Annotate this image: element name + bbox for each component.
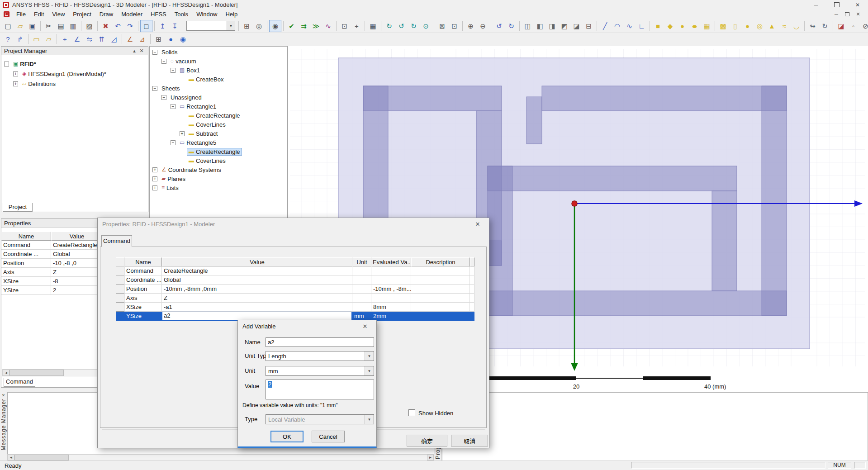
expand-icon[interactable]: +: [180, 131, 185, 136]
scroll-left-icon[interactable]: ◄: [8, 455, 14, 461]
chevron-down-icon[interactable]: ▼: [365, 351, 374, 361]
dialog-property-row-position[interactable]: Position-10mm ,-8mm ,0mm-10mm , -8m...: [116, 285, 474, 294]
scrollbar-thumb[interactable]: [9, 370, 64, 376]
unit-dropdown[interactable]: mm ▼: [266, 366, 374, 376]
column-header-evaluated-va[interactable]: Evaluated Va...: [371, 257, 411, 266]
object-display-icon[interactable]: ◉: [269, 20, 281, 32]
message-h-scrollbar[interactable]: ◄ ►: [7, 454, 434, 461]
scrollbar-thumb[interactable]: [14, 455, 69, 461]
zoom-out-icon[interactable]: ⊖: [477, 20, 489, 32]
copy-image-icon[interactable]: ▦: [367, 20, 379, 32]
add-variable-titlebar[interactable]: Add Variable ✕: [238, 320, 376, 332]
origin-marker[interactable]: [572, 201, 577, 206]
collapse-icon[interactable]: −: [161, 59, 166, 64]
collapse-icon[interactable]: −: [171, 104, 175, 109]
snap-settings-icon[interactable]: ⊞: [241, 20, 253, 32]
expand-icon[interactable]: +: [152, 185, 157, 190]
dialog-property-row-command[interactable]: CommandCreateRectangle: [116, 266, 474, 275]
value-cell[interactable]: Global: [162, 275, 352, 285]
tab-project[interactable]: Project: [3, 203, 33, 212]
paste-icon[interactable]: ▥: [67, 20, 79, 32]
fit-selection-icon[interactable]: ⊡: [448, 20, 460, 32]
model-node-createrectangle[interactable]: ▬CreateRectangle: [150, 111, 287, 120]
model-globe-icon[interactable]: ◉: [177, 33, 189, 45]
mdi-restore-icon[interactable]: [842, 11, 853, 17]
cut-icon[interactable]: ✂: [43, 20, 55, 32]
collapse-icon[interactable]: −: [152, 86, 157, 91]
draw-spline-icon[interactable]: ∿: [623, 20, 636, 32]
ok-button[interactable]: OK: [270, 431, 304, 442]
pin-icon[interactable]: ▴: [131, 48, 138, 54]
property-value-cell[interactable]: -10 ,-8 ,0: [51, 259, 103, 268]
model-node-box1[interactable]: −▧Box1: [150, 66, 287, 75]
menu-item-help[interactable]: Help: [221, 9, 242, 19]
collapse-icon[interactable]: −: [161, 95, 166, 100]
model-node-rectangle1[interactable]: −▭Rectangle1: [150, 102, 287, 111]
antenna-feed-stub[interactable]: [526, 97, 542, 144]
model-node-planes[interactable]: +▰Planes: [150, 174, 287, 183]
new-file-icon[interactable]: ▢: [2, 20, 14, 32]
column-header-description[interactable]: Description: [411, 257, 470, 266]
antenna-trace[interactable]: [542, 86, 787, 111]
sweep-around-axis-icon[interactable]: ↻: [819, 20, 831, 32]
property-value-cell[interactable]: 2: [51, 286, 103, 295]
model-node-rectangle5[interactable]: −▭Rectangle5: [150, 138, 287, 147]
show-excitations-icon[interactable]: ▱: [43, 33, 55, 45]
value-input[interactable]: 2: [266, 380, 374, 399]
selection-combo[interactable]: ▼: [186, 21, 235, 31]
value-cell[interactable]: a2: [162, 312, 352, 321]
minimize-icon[interactable]: ─: [806, 0, 826, 9]
name-input[interactable]: [266, 337, 374, 347]
view-redo-icon[interactable]: ↻: [505, 20, 517, 32]
undo-icon[interactable]: ↶: [112, 20, 124, 32]
column-header-name[interactable]: Name: [124, 257, 162, 266]
cancel-button[interactable]: Cancel: [312, 431, 345, 442]
mdi-minimize-icon[interactable]: ─: [831, 11, 842, 17]
open-file-icon[interactable]: ▱: [14, 20, 26, 32]
redo-icon[interactable]: ↷: [124, 20, 136, 32]
transform-scale-icon[interactable]: ◿: [108, 33, 120, 45]
value-cell[interactable]: -10mm ,-8mm ,0mm: [162, 285, 352, 294]
draw-torus-icon[interactable]: ◎: [754, 20, 766, 32]
show-hidden-checkbox[interactable]: [408, 409, 415, 416]
save-icon[interactable]: ▣: [26, 20, 38, 32]
dialog-close-icon[interactable]: ✕: [358, 323, 372, 330]
project-node-hfssdesign1-drivenmodal[interactable]: +◈HFSSDesign1 (DrivenModal)*: [1, 69, 148, 79]
maximize-icon[interactable]: [826, 0, 847, 9]
column-header-unit[interactable]: Unit: [352, 257, 371, 266]
dialog-close-icon[interactable]: ✕: [471, 221, 484, 228]
move-down-icon[interactable]: ↧: [169, 20, 181, 32]
model-node-subtract[interactable]: +▬Subtract: [150, 129, 287, 138]
menu-item-project[interactable]: Project: [69, 9, 95, 19]
value-cell[interactable]: -a1: [162, 303, 352, 312]
optimetrics-icon[interactable]: ≫: [310, 20, 322, 32]
create-coordinate-system-icon[interactable]: ∠: [124, 33, 136, 45]
model-node-sheets[interactable]: −Sheets: [150, 84, 287, 93]
value-cell[interactable]: Z: [162, 294, 352, 303]
draw-sphere-icon[interactable]: ●: [741, 20, 754, 32]
fit-all-icon[interactable]: ⊠: [436, 20, 448, 32]
model-node-unassigned[interactable]: −Unassigned: [150, 93, 287, 102]
menu-item-hfss[interactable]: HFSS: [147, 9, 171, 19]
draw-helix-icon[interactable]: ≈: [778, 20, 790, 32]
copy-icon[interactable]: ▤: [55, 20, 67, 32]
antenna-trace[interactable]: [488, 166, 737, 191]
pan-icon[interactable]: +: [351, 20, 363, 32]
chevron-down-icon[interactable]: ▼: [365, 366, 374, 375]
orient-left-icon[interactable]: ◨: [546, 20, 558, 32]
transform-rotate-icon[interactable]: ∠: [71, 33, 83, 45]
dynamic-zoom-icon[interactable]: ⊙: [420, 20, 432, 32]
project-node-rfid[interactable]: −▣RFID*: [1, 59, 148, 69]
draw-line-icon[interactable]: ╱: [599, 20, 611, 32]
property-value-cell[interactable]: CreateRectangle: [51, 241, 103, 250]
context-help-icon[interactable]: ↱: [14, 33, 26, 45]
view-undo-icon[interactable]: ↺: [493, 20, 505, 32]
face-coordinate-system-icon[interactable]: ⊿: [136, 33, 148, 45]
column-header-value[interactable]: Value: [51, 232, 103, 241]
rotate-around-axis-icon[interactable]: ↺: [395, 20, 408, 32]
column-header-name[interactable]: Name: [1, 232, 51, 241]
vertex-point-icon[interactable]: ◦: [847, 20, 859, 32]
menu-item-edit[interactable]: Edit: [30, 9, 48, 19]
draw-plane-icon[interactable]: ▦: [701, 20, 713, 32]
menu-item-file[interactable]: File: [12, 9, 30, 19]
